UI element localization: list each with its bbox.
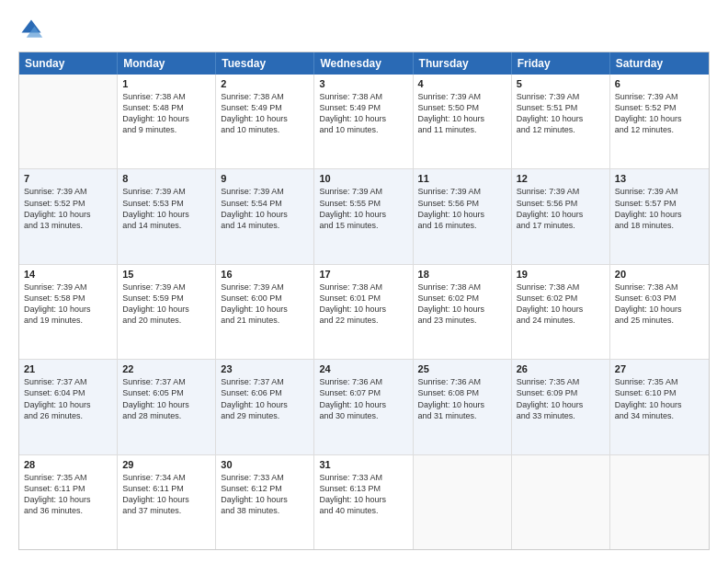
day-info: Sunrise: 7:34 AM Sunset: 6:11 PM Dayligh… (122, 472, 210, 517)
day-info: Sunrise: 7:33 AM Sunset: 6:12 PM Dayligh… (221, 472, 309, 517)
header-day-sunday: Sunday (19, 52, 118, 75)
day-number: 26 (517, 363, 605, 374)
day-info: Sunrise: 7:39 AM Sunset: 5:51 PM Dayligh… (517, 91, 605, 136)
day-number: 1 (122, 78, 210, 89)
day-number: 21 (24, 363, 112, 374)
day-info: Sunrise: 7:38 AM Sunset: 6:03 PM Dayligh… (615, 282, 704, 327)
day-info: Sunrise: 7:39 AM Sunset: 5:52 PM Dayligh… (24, 186, 112, 231)
header-day-friday: Friday (512, 52, 610, 75)
calendar-week-2: 7Sunrise: 7:39 AM Sunset: 5:52 PM Daylig… (19, 169, 709, 264)
day-number: 27 (615, 363, 704, 374)
day-info: Sunrise: 7:38 AM Sunset: 6:02 PM Dayligh… (418, 282, 506, 327)
calendar-cell: 20Sunrise: 7:38 AM Sunset: 6:03 PM Dayli… (610, 265, 709, 359)
calendar-cell: 9Sunrise: 7:39 AM Sunset: 5:54 PM Daylig… (216, 169, 314, 263)
day-number: 30 (221, 459, 309, 470)
header-day-thursday: Thursday (414, 52, 512, 75)
day-info: Sunrise: 7:33 AM Sunset: 6:13 PM Dayligh… (319, 472, 407, 517)
day-number: 15 (122, 269, 210, 280)
day-number: 3 (319, 78, 407, 89)
day-number: 2 (221, 78, 309, 89)
day-number: 23 (221, 363, 309, 374)
calendar-cell: 26Sunrise: 7:35 AM Sunset: 6:09 PM Dayli… (512, 360, 610, 454)
day-number: 14 (24, 269, 112, 280)
day-number: 28 (24, 459, 112, 470)
calendar-cell: 30Sunrise: 7:33 AM Sunset: 6:12 PM Dayli… (216, 455, 314, 549)
day-info: Sunrise: 7:38 AM Sunset: 5:49 PM Dayligh… (221, 91, 309, 136)
day-number: 17 (319, 269, 407, 280)
day-number: 24 (319, 363, 407, 374)
calendar-cell (414, 455, 512, 549)
calendar-cell: 27Sunrise: 7:35 AM Sunset: 6:10 PM Dayli… (610, 360, 709, 454)
day-info: Sunrise: 7:39 AM Sunset: 5:56 PM Dayligh… (418, 186, 506, 231)
calendar-cell: 15Sunrise: 7:39 AM Sunset: 5:59 PM Dayli… (118, 265, 216, 359)
calendar-week-3: 14Sunrise: 7:39 AM Sunset: 5:58 PM Dayli… (19, 265, 709, 360)
day-info: Sunrise: 7:37 AM Sunset: 6:06 PM Dayligh… (221, 376, 309, 421)
calendar-cell: 5Sunrise: 7:39 AM Sunset: 5:51 PM Daylig… (512, 75, 610, 168)
calendar-cell: 2Sunrise: 7:38 AM Sunset: 5:49 PM Daylig… (216, 75, 314, 168)
calendar-cell (512, 455, 610, 549)
day-info: Sunrise: 7:39 AM Sunset: 6:00 PM Dayligh… (221, 282, 309, 327)
day-info: Sunrise: 7:39 AM Sunset: 5:54 PM Dayligh… (221, 186, 309, 231)
calendar-cell: 24Sunrise: 7:36 AM Sunset: 6:07 PM Dayli… (314, 360, 413, 454)
day-number: 7 (24, 173, 112, 184)
calendar-cell: 22Sunrise: 7:37 AM Sunset: 6:05 PM Dayli… (118, 360, 216, 454)
day-info: Sunrise: 7:39 AM Sunset: 5:53 PM Dayligh… (122, 186, 210, 231)
calendar-cell: 13Sunrise: 7:39 AM Sunset: 5:57 PM Dayli… (610, 169, 709, 263)
day-info: Sunrise: 7:38 AM Sunset: 6:01 PM Dayligh… (319, 282, 407, 327)
calendar-cell: 28Sunrise: 7:35 AM Sunset: 6:11 PM Dayli… (19, 455, 118, 549)
header-day-monday: Monday (118, 52, 216, 75)
day-info: Sunrise: 7:37 AM Sunset: 6:04 PM Dayligh… (24, 376, 112, 421)
day-info: Sunrise: 7:39 AM Sunset: 5:57 PM Dayligh… (615, 186, 704, 231)
calendar-cell: 8Sunrise: 7:39 AM Sunset: 5:53 PM Daylig… (118, 169, 216, 263)
calendar-cell: 3Sunrise: 7:38 AM Sunset: 5:49 PM Daylig… (314, 75, 413, 168)
day-number: 13 (615, 173, 704, 184)
calendar-cell: 18Sunrise: 7:38 AM Sunset: 6:02 PM Dayli… (414, 265, 512, 359)
day-number: 19 (517, 269, 605, 280)
calendar-cell: 11Sunrise: 7:39 AM Sunset: 5:56 PM Dayli… (414, 169, 512, 263)
header-day-wednesday: Wednesday (314, 52, 413, 75)
calendar-cell: 19Sunrise: 7:38 AM Sunset: 6:02 PM Dayli… (512, 265, 610, 359)
calendar-cell: 10Sunrise: 7:39 AM Sunset: 5:55 PM Dayli… (314, 169, 413, 263)
day-info: Sunrise: 7:39 AM Sunset: 5:55 PM Dayligh… (319, 186, 407, 231)
day-number: 22 (122, 363, 210, 374)
day-info: Sunrise: 7:38 AM Sunset: 5:49 PM Dayligh… (319, 91, 407, 136)
day-info: Sunrise: 7:38 AM Sunset: 6:02 PM Dayligh… (517, 282, 605, 327)
calendar-week-5: 28Sunrise: 7:35 AM Sunset: 6:11 PM Dayli… (19, 455, 709, 549)
calendar: SundayMondayTuesdayWednesdayThursdayFrid… (18, 52, 710, 550)
calendar-cell: 31Sunrise: 7:33 AM Sunset: 6:13 PM Dayli… (314, 455, 413, 549)
calendar-cell: 1Sunrise: 7:38 AM Sunset: 5:48 PM Daylig… (118, 75, 216, 168)
calendar-cell: 12Sunrise: 7:39 AM Sunset: 5:56 PM Dayli… (512, 169, 610, 263)
calendar-header: SundayMondayTuesdayWednesdayThursdayFrid… (19, 52, 709, 75)
calendar-cell: 16Sunrise: 7:39 AM Sunset: 6:00 PM Dayli… (216, 265, 314, 359)
calendar-cell: 21Sunrise: 7:37 AM Sunset: 6:04 PM Dayli… (19, 360, 118, 454)
day-number: 12 (517, 173, 605, 184)
header-day-tuesday: Tuesday (216, 52, 314, 75)
day-number: 20 (615, 269, 704, 280)
day-info: Sunrise: 7:35 AM Sunset: 6:09 PM Dayligh… (517, 376, 605, 421)
day-info: Sunrise: 7:39 AM Sunset: 5:50 PM Dayligh… (418, 91, 506, 136)
day-info: Sunrise: 7:35 AM Sunset: 6:10 PM Dayligh… (615, 376, 704, 421)
day-info: Sunrise: 7:39 AM Sunset: 5:58 PM Dayligh… (24, 282, 112, 327)
header-day-saturday: Saturday (610, 52, 709, 75)
day-number: 5 (517, 78, 605, 89)
day-info: Sunrise: 7:39 AM Sunset: 5:56 PM Dayligh… (517, 186, 605, 231)
day-number: 29 (122, 459, 210, 470)
calendar-cell: 17Sunrise: 7:38 AM Sunset: 6:01 PM Dayli… (314, 265, 413, 359)
calendar-cell: 23Sunrise: 7:37 AM Sunset: 6:06 PM Dayli… (216, 360, 314, 454)
calendar-week-1: 1Sunrise: 7:38 AM Sunset: 5:48 PM Daylig… (19, 75, 709, 169)
calendar-cell: 29Sunrise: 7:34 AM Sunset: 6:11 PM Dayli… (118, 455, 216, 549)
day-info: Sunrise: 7:38 AM Sunset: 5:48 PM Dayligh… (122, 91, 210, 136)
day-info: Sunrise: 7:39 AM Sunset: 5:59 PM Dayligh… (122, 282, 210, 327)
day-number: 25 (418, 363, 506, 374)
logo (18, 17, 50, 42)
calendar-cell: 6Sunrise: 7:39 AM Sunset: 5:52 PM Daylig… (610, 75, 709, 168)
day-number: 4 (418, 78, 506, 89)
calendar-body: 1Sunrise: 7:38 AM Sunset: 5:48 PM Daylig… (19, 75, 709, 549)
day-number: 10 (319, 173, 407, 184)
day-info: Sunrise: 7:36 AM Sunset: 6:07 PM Dayligh… (319, 376, 407, 421)
calendar-cell: 14Sunrise: 7:39 AM Sunset: 5:58 PM Dayli… (19, 265, 118, 359)
day-info: Sunrise: 7:36 AM Sunset: 6:08 PM Dayligh… (418, 376, 506, 421)
day-number: 6 (615, 78, 704, 89)
day-info: Sunrise: 7:39 AM Sunset: 5:52 PM Dayligh… (615, 91, 704, 136)
day-number: 11 (418, 173, 506, 184)
